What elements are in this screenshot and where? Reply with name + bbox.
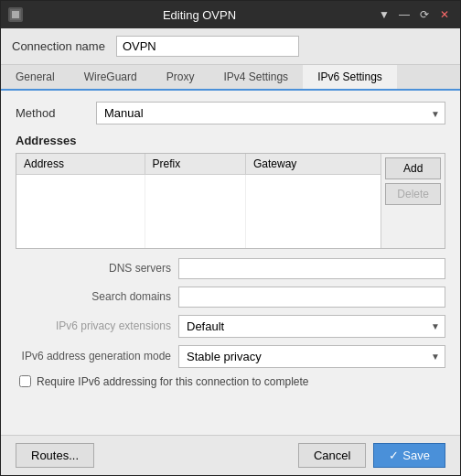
require-ipv6-label: Require IPv6 addressing for this connect… [37,375,309,388]
table-row [16,175,381,248]
svg-rect-1 [12,11,19,18]
method-label: Method [16,106,89,120]
content-area: Method Manual Automatic Disabled Link-Lo… [1,91,460,435]
search-domains-row: Search domains [16,287,445,308]
dns-label: DNS servers [16,262,171,275]
save-button[interactable]: ✓ Save [373,443,445,468]
search-domains-label: Search domains [16,290,171,303]
search-domains-input[interactable] [178,287,445,308]
titlebar-controls: ▼ — ⟳ ✕ [376,6,453,23]
connection-bar: Connection name [1,28,460,65]
privacy-select[interactable]: Default Disabled Enabled Prefer public [178,315,445,338]
method-select[interactable]: Manual Automatic Disabled Link-Local Onl… [96,102,445,124]
titlebar-left [8,7,23,22]
tab-general[interactable]: General [1,65,70,91]
gen-mode-row: IPv6 address generation mode Stable priv… [16,345,445,368]
tab-wireguard[interactable]: WireGuard [70,65,152,91]
col-address: Address [16,154,145,175]
method-row: Method Manual Automatic Disabled Link-Lo… [16,102,445,124]
minimize-button[interactable]: ▼ [376,6,392,23]
titlebar-center: Editing OVPN [23,8,376,22]
tabs: General WireGuard Proxy IPv4 Settings IP… [1,65,460,91]
restore-button[interactable]: ⟳ [416,6,433,23]
bottom-bar: Routes... Cancel ✓ Save [1,435,460,475]
maximize-button[interactable]: — [396,6,413,23]
dns-row: DNS servers [16,258,445,279]
connection-name-label: Connection name [12,39,105,53]
gen-mode-select-wrapper: Stable privacy EUI64 Default ▼ [178,345,445,368]
privacy-label: IPv6 privacy extensions [16,319,171,332]
window-title: Editing OVPN [163,8,236,22]
addresses-table: Address Prefix Gateway [16,154,381,248]
privacy-select-wrapper: Default Disabled Enabled Prefer public ▼ [178,315,445,338]
addresses-section: Address Prefix Gateway Add [16,153,445,249]
add-address-button[interactable]: Add [385,157,441,179]
col-prefix: Prefix [145,154,245,175]
method-select-wrapper: Manual Automatic Disabled Link-Local Onl… [96,102,445,124]
col-gateway: Gateway [245,154,381,175]
privacy-row: IPv6 privacy extensions Default Disabled… [16,315,445,338]
require-ipv6-checkbox[interactable] [19,375,31,387]
addresses-header: Addresses [16,134,445,147]
tab-ipv4[interactable]: IPv4 Settings [209,65,303,91]
require-ipv6-row: Require IPv6 addressing for this connect… [19,375,445,388]
routes-button[interactable]: Routes... [16,443,94,468]
save-label: Save [402,449,430,462]
titlebar: Editing OVPN ▼ — ⟳ ✕ [1,1,460,28]
window: Editing OVPN ▼ — ⟳ ✕ Connection name Gen… [0,0,461,476]
save-check-icon: ✓ [389,449,399,462]
app-icon [8,7,23,22]
close-button[interactable]: ✕ [436,6,453,23]
dns-input[interactable] [178,258,445,279]
tab-ipv6[interactable]: IPv6 Settings [303,65,397,91]
addresses-container: Address Prefix Gateway Add [16,154,445,248]
cancel-button[interactable]: Cancel [298,443,366,468]
gen-mode-label: IPv6 address generation mode [16,350,171,362]
tab-proxy[interactable]: Proxy [152,65,209,91]
gen-mode-select[interactable]: Stable privacy EUI64 Default [178,345,445,368]
action-buttons: Cancel ✓ Save [298,443,445,468]
delete-address-button[interactable]: Delete [385,183,441,205]
connection-name-input[interactable] [116,36,299,57]
addresses-buttons: Add Delete [381,154,445,248]
